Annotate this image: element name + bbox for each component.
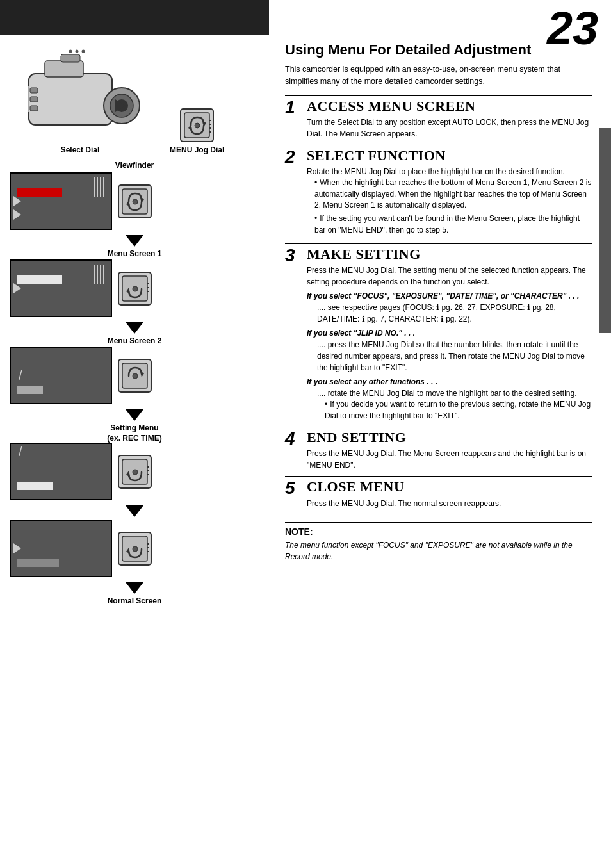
svg-point-38 [133,373,138,379]
viewfinder-screen [10,172,112,230]
step-1-body: Turn the Select Dial to any position exc… [307,117,592,140]
step-4-section: 4 END SETTING Press the MENU Jog Dial. T… [285,427,592,476]
menu-screen1-row [10,259,259,317]
menu-screen2-label: Menu Screen 2 [10,336,259,345]
highlight-bar-menu1 [17,275,62,284]
right-column: Using Menu For Detailed Adjustment This … [275,35,602,569]
normal-screen-box [10,520,112,577]
step-3-sub-3-body: .... rotate the MENU Jog Dial to move th… [317,388,592,399]
svg-point-27 [133,199,138,204]
arrow-to-menu1 [10,233,259,249]
menu-jog-dial-icon [179,108,215,143]
svg-rect-0 [29,74,112,125]
menu-screen2-row: / [10,347,259,404]
jog-icon-menu1 [117,271,152,306]
step-2-content: SELECT FUNCTION Rotate the MENU Jog Dial… [303,145,592,243]
step-2-number: 2 [285,145,303,243]
jog-icon-menu2 [117,358,152,393]
down-arrow-1 [126,235,143,247]
jog-icon-viewfinder [117,184,152,219]
camcorder-illustration [10,42,151,144]
setting-menu-box: / [10,443,112,500]
step-3-number: 3 [285,244,303,427]
step-2-bullet-2: If the setting you want can't be found i… [314,213,592,236]
setting-menu-sub: (ex. REC TIME) [10,434,259,443]
right-sidebar-accent [599,128,611,333]
svg-point-31 [133,286,138,291]
note-label: NOTE: [285,527,592,537]
step-5-heading: CLOSE MENU [307,479,592,495]
down-arrow-5 [126,582,143,594]
step-4-content: END SETTING Press the MENU Jog Dial. The… [303,427,592,476]
arrow-to-setting [10,407,259,423]
menu-jog-dial-group: MENU Jog Dial [170,108,224,154]
main-title: Using Menu For Detailed Adjustment [285,42,592,58]
svg-point-6 [69,50,72,53]
jog-icon-setting [117,454,152,489]
intro-text: This camcorder is equipped with an easy-… [285,63,592,88]
slash-mark: / [19,368,22,383]
svg-point-18 [195,123,200,128]
arrow-final [10,580,259,596]
note-section: NOTE: The menu function except "FOCUS" a… [285,522,592,562]
step-2-section: 2 SELECT FUNCTION Rotate the MENU Jog Di… [285,145,592,243]
play-arrow-top [13,196,21,206]
step-1-number: 1 [285,96,303,145]
menu-screen1-box [10,259,112,317]
step-4-number: 4 [285,427,303,476]
down-arrow-2 [126,322,143,334]
header-bar [0,0,269,35]
svg-rect-11 [30,97,38,102]
step-1-content: ACCESS MENU SCREEN Turn the Select Dial … [303,96,592,145]
step-4-body: Press the MENU Jog Dial. The Menu Screen… [307,448,592,471]
step-2-bullet-1: When the highlight bar reaches the botto… [314,177,592,211]
camcorder-area: Select Dial MENU Jog Dial [10,42,259,154]
normal-screen-row [10,520,259,577]
tick-marks [94,177,104,197]
step-3-sub-2-heading: If you select "JLIP ID NO." . . . [307,329,592,338]
down-arrow-4 [126,505,143,517]
select-dial-group: Select Dial [10,42,151,154]
slash-mark-setting: / [19,445,22,459]
svg-point-42 [133,470,138,475]
viewfinder-label: Viewfinder [10,161,259,170]
step-5-section: 5 CLOSE MENU Press the MENU Jog Dial. Th… [285,476,592,514]
setting-menu-label: Setting Menu [10,423,259,432]
down-arrow-3 [126,409,143,421]
step-3-sub-3-heading: If you select any other functions . . . [307,377,592,386]
left-column: Select Dial MENU Jog Dial [0,35,269,613]
step-3-heading: MAKE SETTING [307,247,592,262]
step-3-sub-1-heading: If you select "FOCUS", "EXPOSURE", "DATE… [307,291,592,300]
svg-point-49 [133,546,138,552]
setting-menu-row: / [10,443,259,500]
step-1-section: 1 ACCESS MENU SCREEN Turn the Select Dia… [285,95,592,145]
arrow-to-normal [10,503,259,520]
menu-screen1-label: Menu Screen 1 [10,249,259,258]
step-3-sub-3-bullet: If you decide you want to return to the … [325,399,592,422]
arrow-to-menu2 [10,320,259,336]
play-arrow-menu1 [13,283,21,293]
menu-jog-dial-label: MENU Jog Dial [170,145,224,154]
svg-rect-4 [45,61,83,77]
play-arrow-normal [13,543,21,553]
step-3-section: 3 MAKE SETTING Press the MENU Jog Dial. … [285,243,592,427]
step-1-heading: ACCESS MENU SCREEN [307,99,592,114]
play-arrow-bot [13,209,21,220]
step-5-content: CLOSE MENU Press the MENU Jog Dial. The … [303,477,592,514]
normal-screen-label: Normal Screen [10,596,259,605]
select-dial-label: Select Dial [61,145,100,154]
step-3-content: MAKE SETTING Press the MENU Jog Dial. Th… [303,244,592,427]
step-5-number: 5 [285,477,303,514]
svg-point-8 [82,50,85,53]
step-3-body: Press the MENU Jog Dial. The setting men… [307,265,592,288]
svg-point-7 [76,50,79,53]
note-body: The menu function except "FOCUS" and "EX… [285,539,592,562]
svg-rect-5 [61,54,80,62]
step-3-sub-2-body: .... press the MENU Jog Dial so that the… [317,339,592,373]
step-5-body: Press the MENU Jog Dial. The normal scre… [307,498,592,509]
step-2-heading: SELECT FUNCTION [307,148,592,163]
step-3-sub-1-body: .... see respective pages (FOCUS: ℹ pg. … [317,302,592,325]
tick-marks-menu1 [94,265,104,284]
small-rect-menu2 [17,386,43,394]
svg-rect-12 [30,106,38,111]
